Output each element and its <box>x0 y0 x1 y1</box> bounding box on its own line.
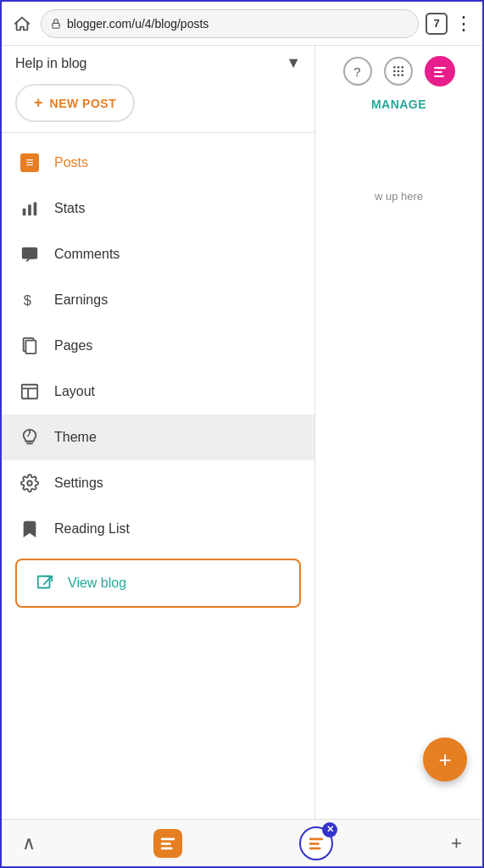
lock-icon <box>50 18 62 30</box>
svg-rect-32 <box>160 843 170 845</box>
sidebar-item-posts[interactable]: Posts <box>2 140 314 186</box>
theme-label: Theme <box>54 430 97 445</box>
reading-list-label: Reading List <box>54 521 130 537</box>
svg-rect-7 <box>25 341 36 354</box>
sidebar: Help in blog ▼ + NEW POST Posts <box>2 46 315 822</box>
settings-icon <box>19 472 41 494</box>
svg-point-19 <box>397 66 399 69</box>
blogger-small-logo <box>159 834 177 853</box>
fab-button[interactable]: + <box>423 737 467 782</box>
manage-label: MANAGE <box>364 94 433 114</box>
grid-icon <box>392 64 405 78</box>
sidebar-item-comments[interactable]: Comments <box>2 231 314 277</box>
earnings-label: Earnings <box>54 292 108 308</box>
posts-icon <box>19 152 41 174</box>
sidebar-item-reading-list[interactable]: Reading List <box>2 506 314 552</box>
comments-label: Comments <box>54 247 120 262</box>
manage-button[interactable]: MANAGE <box>364 97 433 112</box>
sidebar-item-stats[interactable]: Stats <box>2 186 314 231</box>
svg-rect-28 <box>434 67 446 69</box>
sidebar-item-theme[interactable]: Theme <box>2 415 314 460</box>
browser-menu-button[interactable]: ⋮ <box>454 13 474 35</box>
svg-rect-0 <box>53 23 59 28</box>
svg-point-24 <box>393 74 396 76</box>
pages-label: Pages <box>54 338 92 353</box>
sidebar-item-pages[interactable]: Pages <box>2 323 314 369</box>
home-icon[interactable] <box>10 12 34 36</box>
new-post-button[interactable]: + NEW POST <box>15 84 135 122</box>
sidebar-divider <box>2 132 314 133</box>
stats-icon <box>19 198 41 220</box>
svg-text:$: $ <box>24 292 31 308</box>
view-blog-button[interactable]: View blog <box>15 559 301 608</box>
svg-rect-29 <box>434 71 442 73</box>
svg-point-23 <box>401 70 403 73</box>
comments-icon <box>19 243 41 265</box>
svg-point-25 <box>397 74 399 76</box>
layout-label: Layout <box>54 384 95 399</box>
reading-list-icon <box>19 518 41 540</box>
posts-label: Posts <box>54 155 88 170</box>
right-icons-row: ? <box>333 56 465 86</box>
blog-title: Help in blog <box>15 56 87 71</box>
bottom-center-icon[interactable]: ✕ <box>299 826 333 860</box>
svg-point-26 <box>401 74 403 76</box>
svg-point-15 <box>27 481 32 486</box>
layout-icon <box>19 381 41 403</box>
svg-rect-30 <box>434 75 444 77</box>
back-button[interactable]: ∧ <box>22 832 36 854</box>
svg-rect-1 <box>23 209 26 215</box>
plus-tab-button[interactable]: + <box>451 832 462 854</box>
blogger-avatar[interactable] <box>425 56 455 86</box>
svg-rect-35 <box>309 843 320 845</box>
new-post-plus-icon: + <box>34 94 43 112</box>
sidebar-item-earnings[interactable]: $ Earnings <box>2 277 314 323</box>
svg-line-14 <box>27 433 30 437</box>
settings-label: Settings <box>54 476 103 491</box>
new-post-label: NEW POST <box>50 97 117 110</box>
svg-rect-2 <box>28 204 31 215</box>
view-blog-label: View blog <box>68 576 126 591</box>
svg-rect-34 <box>309 837 324 840</box>
svg-rect-8 <box>22 385 37 399</box>
blogger-logo-icon <box>428 59 452 83</box>
svg-rect-36 <box>309 847 321 849</box>
stats-label: Stats <box>54 201 85 216</box>
blogger-shortcut-icon[interactable] <box>153 829 182 858</box>
pages-icon <box>19 335 41 357</box>
svg-rect-31 <box>160 837 175 840</box>
svg-point-21 <box>393 70 396 73</box>
svg-rect-16 <box>38 576 50 588</box>
url-text: blogger.com/u/4/blog/posts <box>67 17 409 31</box>
bottom-bar: ∧ ✕ + <box>2 819 482 866</box>
content-area: Help in blog ▼ + NEW POST Posts <box>2 46 482 822</box>
up-here-text: w up here <box>375 190 423 203</box>
address-bar[interactable]: blogger.com/u/4/blog/posts <box>41 9 419 38</box>
theme-icon <box>19 426 41 448</box>
svg-rect-4 <box>22 248 37 259</box>
tab-count[interactable]: 7 <box>426 13 448 35</box>
svg-point-22 <box>397 70 399 73</box>
right-panel: ? <box>315 46 482 822</box>
browser-chrome: blogger.com/u/4/blog/posts 7 ⋮ <box>2 2 482 46</box>
sidebar-item-layout[interactable]: Layout <box>2 369 314 415</box>
svg-rect-33 <box>160 847 172 849</box>
view-blog-icon <box>34 572 56 594</box>
blogger-bottom-logo <box>307 834 325 853</box>
svg-line-17 <box>43 576 52 585</box>
earnings-icon: $ <box>19 289 41 311</box>
close-badge: ✕ <box>322 822 337 837</box>
sidebar-item-settings[interactable]: Settings <box>2 460 314 506</box>
blog-title-header[interactable]: Help in blog ▼ <box>2 46 314 79</box>
grid-button[interactable] <box>384 57 413 86</box>
svg-point-18 <box>393 66 396 69</box>
svg-point-20 <box>401 66 403 69</box>
help-button[interactable]: ? <box>343 57 372 86</box>
svg-rect-3 <box>34 203 37 216</box>
dropdown-arrow-icon[interactable]: ▼ <box>286 54 301 72</box>
